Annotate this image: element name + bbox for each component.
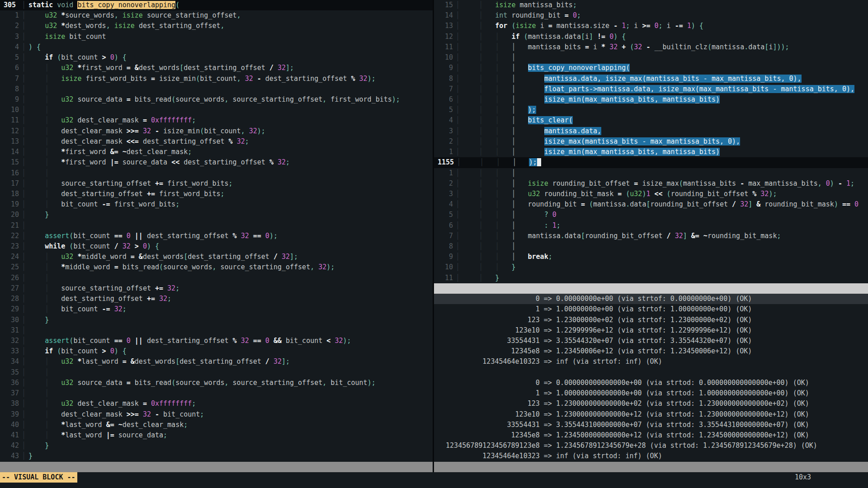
code-line[interactable]: 15│ │ isize mantissa_bits; (434, 0, 868, 10)
code-line[interactable]: 5│ │ │ │ ); (434, 105, 868, 115)
code-area-right[interactable]: 15│ │ isize mantissa_bits;14│ │ int roun… (434, 0, 868, 283)
code-line[interactable]: 9│ │ │ │ bits_copy_nonoverlapping( (434, 63, 868, 73)
code-line[interactable]: 17│ │ source_starting_offset += first_wo… (0, 178, 433, 189)
code-line[interactable]: 11│ │ │ │ mantissa_bits = i * 32 + (32 -… (434, 42, 868, 52)
code-line[interactable]: 43│} (0, 451, 433, 461)
code-line[interactable]: 26│ │ (0, 273, 433, 283)
code-line[interactable]: 4│ │ │ │ bits_clear( (434, 115, 868, 126)
terminal-line[interactable]: 12345464e10323 => inf (via strtod: inf) … (434, 451, 868, 461)
code-line[interactable]: 24│ │ u32 *middle_word = &dest_words[des… (0, 252, 433, 262)
token: 32 (318, 263, 326, 271)
code-line[interactable]: 15│ │ *first_word |= source_data << dest… (0, 157, 433, 168)
code-line[interactable]: 29│ │ bit_count -= 32; (0, 304, 433, 314)
code-line[interactable]: 12│ │ dest_clear_mask >>= 32 - isize_min… (0, 126, 433, 136)
code-line[interactable]: 28│ │ dest_starting_offset += 32; (0, 294, 433, 304)
terminal-line[interactable]: 1 => 1.000000000000000e+00 (via strtod: … (434, 388, 868, 399)
code-line[interactable]: 27│ │ source_starting_offset += 32; (0, 283, 433, 294)
statusline-left[interactable]: float.c 305,1 23% (0, 462, 433, 472)
code-area-left[interactable]: 305│static void bits_copy_nonoverlapping… (0, 0, 433, 462)
code-line[interactable]: 38│ │ u32 dest_clear_mask = 0xffffffff; (0, 399, 433, 409)
code-line[interactable]: 40│ │ *last_word &= ~dest_clear_mask; (0, 420, 433, 430)
code-line[interactable]: 2│ │ │ │ isize_max(mantissa_bits - max_m… (434, 136, 868, 147)
code-line[interactable]: 8│ │ │ │ (434, 241, 868, 252)
code-line[interactable]: 39│ │ dest_clear_mask >>= 32 - bit_count… (0, 409, 433, 420)
statusline-terminal[interactable]: term://~\code\float//19184:C:\Program Fi… (434, 462, 868, 472)
editor-pane-right[interactable]: 15│ │ isize mantissa_bits;14│ │ int roun… (434, 0, 868, 472)
code-line[interactable]: 6│ │ │ │ isize_min(max_mantissa_bits, ma… (434, 94, 868, 105)
terminal-line[interactable]: 123 => 1.23000000e+02 (via strtof: 1.230… (434, 315, 868, 325)
code-line[interactable]: 5│ │ │ │ ? 0 (434, 210, 868, 220)
code-line[interactable]: 32│ assert(bit_count == 0 || dest_starti… (0, 336, 433, 346)
code-line[interactable]: 6│ │ │ │ : 1; (434, 221, 868, 231)
code-line[interactable]: 13│ │ for (isize i = mantissa.size - 1; … (434, 21, 868, 31)
code-line[interactable]: 19│ │ bit_count -= first_word_bits; (0, 199, 433, 210)
code-line[interactable]: 11│ │ } (434, 273, 868, 283)
code-line[interactable]: 31│ (0, 325, 433, 336)
code-line[interactable]: 11│ │ u32 dest_clear_mask = 0xffffffff; (0, 115, 433, 126)
code-line[interactable]: 14│ │ *first_word &= ~dest_clear_mask; (0, 147, 433, 157)
code-line[interactable]: 35│ │ (0, 367, 433, 378)
terminal-line[interactable]: 123 => 1.230000000000000e+02 (via strtod… (434, 399, 868, 409)
terminal-line[interactable]: 0 => 0.000000000000000e+00 (via strtod: … (434, 378, 868, 388)
code-line[interactable]: 42│ } (0, 441, 433, 451)
terminal-line[interactable]: 12345e8 => 1.234500000000000e+12 (via st… (434, 430, 868, 441)
code-line[interactable]: 10│ │ (0, 105, 433, 115)
editor-pane-left[interactable]: 305│static void bits_copy_nonoverlapping… (0, 0, 433, 472)
code-line[interactable]: 9│ │ u32 source_data = bits_read(source_… (0, 94, 433, 105)
terminal-line[interactable]: 0 => 0.00000000e+00 (via strtof: 0.00000… (434, 294, 868, 304)
code-line[interactable]: 3│ │ │ │ mantissa.data, (434, 126, 868, 136)
code-line[interactable]: 12│ │ │ if (mantissa.data[i] != 0) { (434, 32, 868, 42)
token: + (618, 43, 630, 51)
code-line[interactable]: 30│ } (0, 315, 433, 325)
code-line[interactable]: 1155│ │ │ │ ); (434, 157, 868, 168)
code-line[interactable]: 14│ │ int rounding_bit = 0; (434, 10, 868, 21)
code-line[interactable]: 7│ │ │ │ mantissa.data[rounding_bit_offs… (434, 231, 868, 241)
code-line[interactable]: 9│ │ │ │ break; (434, 252, 868, 262)
code-line[interactable]: 10│ │ │ │ (434, 52, 868, 63)
code-line[interactable]: 6│ │ u32 *first_word = &dest_words[dest_… (0, 63, 433, 73)
code-line[interactable]: 7│ │ │ │ float_parts->mantissa.data, isi… (434, 84, 868, 94)
code-line[interactable]: 1│ u32 *source_words, isize source_start… (0, 10, 433, 21)
code-line[interactable]: 2│ │ │ │ isize rounding_bit_offset = isi… (434, 178, 868, 189)
code-line[interactable]: 37│ │ (0, 388, 433, 399)
code-line[interactable]: 34│ │ u32 *last_word = &dest_words[dest_… (0, 357, 433, 367)
code-line[interactable]: 18│ │ dest_starting_offset += first_word… (0, 189, 433, 199)
code-line[interactable]: 1│ │ │ │ (434, 168, 868, 178)
terminal-line[interactable]: 12345e8 => 1.23450006e+12 (via strtof: 1… (434, 346, 868, 357)
code-line[interactable]: 2│ u32 *dest_words, isize dest_starting_… (0, 21, 433, 31)
code-line[interactable]: 8│ │ │ │ mantissa.data, isize_max(mantis… (434, 74, 868, 84)
code-line[interactable]: 20│ } (0, 210, 433, 220)
terminal-line[interactable]: 33554431 => 3.35544320e+07 (via strtof: … (434, 336, 868, 346)
code-line[interactable]: 5│ if (bit_count > 0) { (0, 52, 433, 63)
terminal-line[interactable]: 123e10 => 1.230000000000000e+12 (via str… (434, 409, 868, 420)
code-line[interactable]: 4│) { (0, 42, 433, 52)
code-line[interactable]: 36│ │ u32 source_data = bits_read(source… (0, 378, 433, 388)
code-line[interactable]: 305│static void bits_copy_nonoverlapping… (0, 0, 433, 10)
code-line[interactable]: 3│ │ │ │ u32 rounding_bit_mask = (u32)1 … (434, 189, 868, 199)
code-line[interactable]: 13│ │ dest_clear_mask <<= dest_starting_… (0, 136, 433, 147)
code-line[interactable]: 16│ │ (0, 168, 433, 178)
terminal-area[interactable]: 0 => 0.00000000e+00 (via strtof: 0.00000… (434, 294, 868, 462)
code-line[interactable]: 25│ │ *middle_word = bits_read(source_wo… (0, 262, 433, 272)
code-line[interactable]: 21│ (0, 221, 433, 231)
terminal-line[interactable]: 33554431 => 3.355443100000000e+07 (via s… (434, 420, 868, 430)
code-line[interactable]: 33│ if (bit_count > 0) { (0, 346, 433, 357)
token: 0 (552, 211, 557, 219)
statusline-right-active[interactable]: float.c 1155,15 87% (434, 283, 868, 294)
code-line[interactable]: 23│ while (bit_count / 32 > 0) { (0, 241, 433, 252)
terminal-line[interactable]: 12345464e10323 => inf (via strtof: inf) … (434, 357, 868, 367)
terminal-line[interactable]: 1 => 1.00000000e+00 (via strtof: 1.00000… (434, 304, 868, 314)
token: 32 (237, 137, 245, 145)
terminal-line[interactable]: 123456789123456789123e8 => 1.23456789123… (434, 441, 868, 451)
code-line[interactable]: 1│ │ │ │ isize_min(max_mantissa_bits, ma… (434, 147, 868, 157)
code-line[interactable]: 41│ │ *last_word |= source_data; (0, 430, 433, 441)
code-line[interactable]: 22│ assert(bit_count == 0 || dest_starti… (0, 231, 433, 241)
terminal-line[interactable]: 123e10 => 1.22999996e+12 (via strtof: 1.… (434, 325, 868, 336)
code-line[interactable]: 8│ │ (0, 84, 433, 94)
code-text (28, 325, 433, 336)
code-line[interactable]: 7│ │ isize first_word_bits = isize_min(b… (0, 74, 433, 84)
code-line[interactable]: 4│ │ │ │ rounding_bit = (mantissa.data[r… (434, 199, 868, 210)
code-line[interactable]: 10│ │ │ } (434, 262, 868, 272)
terminal-line[interactable] (434, 367, 868, 378)
code-line[interactable]: 3│ isize bit_count (0, 32, 433, 42)
